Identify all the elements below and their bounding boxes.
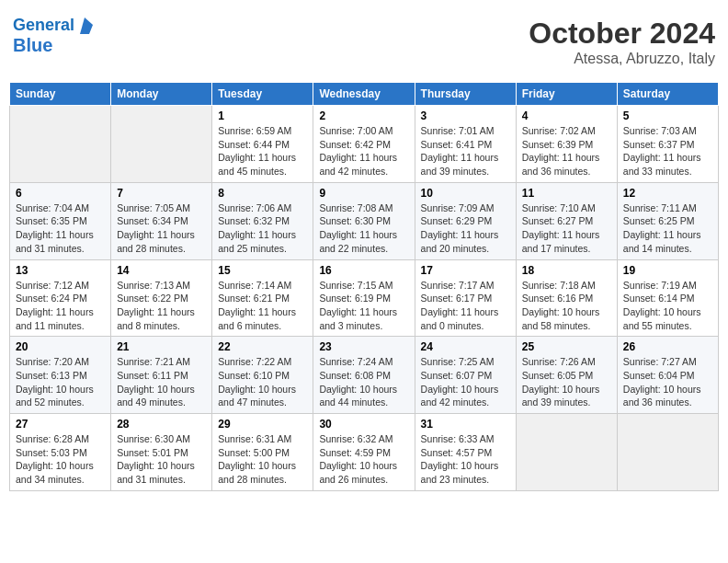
calendar-cell: 17Sunrise: 7:17 AM Sunset: 6:17 PM Dayli… — [415, 259, 516, 337]
weekday-header-cell: Saturday — [617, 83, 718, 106]
logo: General Blue — [13, 17, 93, 55]
calendar-cell: 26Sunrise: 7:27 AM Sunset: 6:04 PM Dayli… — [617, 337, 718, 414]
calendar-cell: 5Sunrise: 7:03 AM Sunset: 6:37 PM Daylig… — [617, 106, 718, 183]
day-number: 20 — [16, 340, 105, 353]
day-info: Sunrise: 7:09 AM Sunset: 6:29 PM Dayligh… — [421, 201, 510, 256]
day-info: Sunrise: 7:11 AM Sunset: 6:25 PM Dayligh… — [623, 201, 712, 256]
day-number: 18 — [522, 264, 611, 277]
day-info: Sunrise: 7:04 AM Sunset: 6:35 PM Dayligh… — [16, 201, 105, 256]
logo-text-general: General — [13, 17, 74, 35]
calendar-cell: 27Sunrise: 6:28 AM Sunset: 5:03 PM Dayli… — [10, 414, 111, 491]
calendar-cell: 21Sunrise: 7:21 AM Sunset: 6:11 PM Dayli… — [111, 337, 212, 414]
day-info: Sunrise: 7:19 AM Sunset: 6:14 PM Dayligh… — [623, 279, 712, 333]
logo-text-blue: Blue — [13, 35, 93, 55]
day-number: 25 — [522, 340, 611, 353]
calendar-cell: 18Sunrise: 7:18 AM Sunset: 6:16 PM Dayli… — [516, 259, 617, 337]
day-number: 11 — [522, 187, 611, 200]
day-number: 17 — [421, 264, 510, 277]
day-number: 27 — [16, 418, 105, 431]
day-info: Sunrise: 7:03 AM Sunset: 6:37 PM Dayligh… — [623, 124, 712, 178]
day-number: 19 — [623, 264, 712, 277]
weekday-header-cell: Friday — [516, 83, 617, 106]
day-number: 26 — [623, 340, 712, 353]
calendar-cell: 8Sunrise: 7:06 AM Sunset: 6:32 PM Daylig… — [212, 182, 313, 259]
weekday-header-cell: Sunday — [10, 83, 111, 106]
day-info: Sunrise: 7:10 AM Sunset: 6:27 PM Dayligh… — [522, 201, 611, 256]
day-number: 23 — [319, 340, 408, 353]
month-title: October 2024 — [529, 17, 715, 51]
title-area: October 2024 Atessa, Abruzzo, Italy — [529, 17, 715, 67]
day-number: 16 — [319, 264, 408, 277]
day-info: Sunrise: 7:21 AM Sunset: 6:11 PM Dayligh… — [117, 355, 206, 409]
day-info: Sunrise: 7:17 AM Sunset: 6:17 PM Dayligh… — [421, 279, 510, 333]
day-number: 22 — [218, 340, 307, 353]
calendar-cell: 24Sunrise: 7:25 AM Sunset: 6:07 PM Dayli… — [415, 337, 516, 414]
calendar-cell: 4Sunrise: 7:02 AM Sunset: 6:39 PM Daylig… — [516, 106, 617, 183]
calendar-table: SundayMondayTuesdayWednesdayThursdayFrid… — [9, 82, 719, 491]
calendar-cell: 1Sunrise: 6:59 AM Sunset: 6:44 PM Daylig… — [212, 106, 313, 183]
location-title: Atessa, Abruzzo, Italy — [529, 51, 715, 67]
calendar-cell: 30Sunrise: 6:32 AM Sunset: 4:59 PM Dayli… — [313, 414, 415, 491]
day-info: Sunrise: 7:27 AM Sunset: 6:04 PM Dayligh… — [623, 355, 712, 409]
day-info: Sunrise: 7:24 AM Sunset: 6:08 PM Dayligh… — [319, 355, 408, 409]
calendar-cell — [516, 414, 617, 491]
calendar-cell: 10Sunrise: 7:09 AM Sunset: 6:29 PM Dayli… — [415, 182, 516, 259]
calendar-cell — [111, 106, 212, 183]
day-number: 28 — [117, 418, 206, 431]
calendar-cell: 3Sunrise: 7:01 AM Sunset: 6:41 PM Daylig… — [415, 106, 516, 183]
day-number: 4 — [522, 109, 611, 122]
day-number: 2 — [319, 109, 408, 122]
day-info: Sunrise: 6:32 AM Sunset: 4:59 PM Dayligh… — [319, 432, 408, 487]
day-number: 31 — [421, 418, 510, 431]
day-number: 3 — [421, 109, 510, 122]
day-number: 5 — [623, 109, 712, 122]
calendar-cell: 23Sunrise: 7:24 AM Sunset: 6:08 PM Dayli… — [313, 337, 415, 414]
calendar-cell: 12Sunrise: 7:11 AM Sunset: 6:25 PM Dayli… — [617, 182, 718, 259]
day-number: 9 — [319, 187, 408, 200]
calendar-cell: 7Sunrise: 7:05 AM Sunset: 6:34 PM Daylig… — [111, 182, 212, 259]
calendar-cell — [10, 106, 111, 183]
day-number: 15 — [218, 264, 307, 277]
calendar-week-row: 13Sunrise: 7:12 AM Sunset: 6:24 PM Dayli… — [10, 259, 719, 337]
day-number: 12 — [623, 187, 712, 200]
day-info: Sunrise: 7:06 AM Sunset: 6:32 PM Dayligh… — [218, 201, 307, 256]
day-info: Sunrise: 7:26 AM Sunset: 6:05 PM Dayligh… — [522, 355, 611, 409]
weekday-header-cell: Monday — [111, 83, 212, 106]
calendar-cell: 25Sunrise: 7:26 AM Sunset: 6:05 PM Dayli… — [516, 337, 617, 414]
calendar-cell: 29Sunrise: 6:31 AM Sunset: 5:00 PM Dayli… — [212, 414, 313, 491]
calendar-cell: 20Sunrise: 7:20 AM Sunset: 6:13 PM Dayli… — [10, 337, 111, 414]
day-number: 8 — [218, 187, 307, 200]
svg-marker-0 — [80, 17, 93, 34]
day-number: 21 — [117, 340, 206, 353]
weekday-header-row: SundayMondayTuesdayWednesdayThursdayFrid… — [10, 83, 719, 106]
day-info: Sunrise: 6:33 AM Sunset: 4:57 PM Dayligh… — [421, 432, 510, 487]
calendar-cell: 6Sunrise: 7:04 AM Sunset: 6:35 PM Daylig… — [10, 182, 111, 259]
day-info: Sunrise: 7:14 AM Sunset: 6:21 PM Dayligh… — [218, 279, 307, 333]
day-info: Sunrise: 7:01 AM Sunset: 6:41 PM Dayligh… — [421, 124, 510, 178]
day-info: Sunrise: 7:00 AM Sunset: 6:42 PM Dayligh… — [319, 124, 408, 178]
day-info: Sunrise: 7:02 AM Sunset: 6:39 PM Dayligh… — [522, 124, 611, 178]
page-header: General Blue October 2024 Atessa, Abruzz… — [9, 9, 719, 75]
weekday-header-cell: Tuesday — [212, 83, 313, 106]
weekday-header-cell: Thursday — [415, 83, 516, 106]
day-info: Sunrise: 6:31 AM Sunset: 5:00 PM Dayligh… — [218, 432, 307, 487]
calendar-cell: 14Sunrise: 7:13 AM Sunset: 6:22 PM Dayli… — [111, 259, 212, 337]
day-number: 10 — [421, 187, 510, 200]
day-info: Sunrise: 6:30 AM Sunset: 5:01 PM Dayligh… — [117, 432, 206, 487]
calendar-cell: 28Sunrise: 6:30 AM Sunset: 5:01 PM Dayli… — [111, 414, 212, 491]
day-info: Sunrise: 7:20 AM Sunset: 6:13 PM Dayligh… — [16, 355, 105, 409]
day-number: 30 — [319, 418, 408, 431]
calendar-week-row: 20Sunrise: 7:20 AM Sunset: 6:13 PM Dayli… — [10, 337, 719, 414]
calendar-cell: 16Sunrise: 7:15 AM Sunset: 6:19 PM Dayli… — [313, 259, 415, 337]
day-info: Sunrise: 7:12 AM Sunset: 6:24 PM Dayligh… — [16, 279, 105, 333]
day-info: Sunrise: 7:08 AM Sunset: 6:30 PM Dayligh… — [319, 201, 408, 256]
calendar-body: 1Sunrise: 6:59 AM Sunset: 6:44 PM Daylig… — [10, 106, 719, 491]
calendar-cell: 2Sunrise: 7:00 AM Sunset: 6:42 PM Daylig… — [313, 106, 415, 183]
calendar-week-row: 27Sunrise: 6:28 AM Sunset: 5:03 PM Dayli… — [10, 414, 719, 491]
day-number: 24 — [421, 340, 510, 353]
day-info: Sunrise: 7:15 AM Sunset: 6:19 PM Dayligh… — [319, 279, 408, 333]
day-info: Sunrise: 7:13 AM Sunset: 6:22 PM Dayligh… — [117, 279, 206, 333]
day-info: Sunrise: 7:22 AM Sunset: 6:10 PM Dayligh… — [218, 355, 307, 409]
day-number: 7 — [117, 187, 206, 200]
calendar-week-row: 6Sunrise: 7:04 AM Sunset: 6:35 PM Daylig… — [10, 182, 719, 259]
